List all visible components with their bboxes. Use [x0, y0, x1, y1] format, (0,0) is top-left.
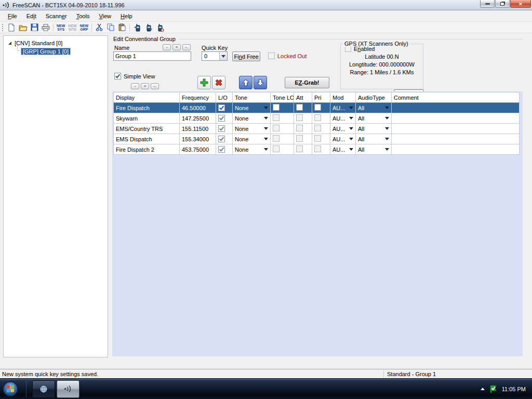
pri-checkbox[interactable]	[314, 104, 321, 111]
taskbar-freescan-button[interactable]	[57, 380, 79, 398]
cut-button[interactable]	[94, 22, 105, 33]
tone-lo-checkbox[interactable]	[273, 125, 280, 131]
col-display[interactable]: Display	[114, 92, 180, 103]
audiotype-select[interactable]: All	[358, 147, 389, 153]
col-audiotype[interactable]: AudioType	[356, 92, 392, 103]
ez-grab-button[interactable]: EZ-Grab!	[285, 77, 329, 88]
mod-select[interactable]: AU...	[332, 115, 353, 122]
name-mini-button-3[interactable]: -.	[182, 44, 191, 50]
audiotype-select[interactable]: All	[358, 115, 389, 122]
view-mini-button-3[interactable]: -.	[151, 83, 159, 89]
lo-checkbox[interactable]	[218, 115, 225, 122]
frequency-cell[interactable]: 155.11500	[180, 124, 216, 134]
att-checkbox[interactable]	[296, 114, 303, 121]
col-att[interactable]: Att	[294, 92, 312, 103]
new-system-button[interactable]: NEWSYS	[55, 24, 66, 31]
comment-cell[interactable]	[392, 134, 520, 144]
tone-select[interactable]: None	[235, 136, 268, 142]
name-mini-button-2[interactable]: =	[172, 44, 181, 50]
menu-help[interactable]: Help	[116, 11, 137, 21]
close-button[interactable]: ✕	[510, 0, 531, 8]
frequency-cell[interactable]: 155.34000	[180, 134, 216, 144]
col-comment[interactable]: Comment	[392, 92, 520, 103]
pri-checkbox[interactable]	[314, 125, 321, 131]
mod-select[interactable]: AU...	[332, 147, 353, 153]
scanner-tools-button[interactable]	[154, 22, 166, 33]
save-button[interactable]	[29, 22, 40, 33]
display-cell[interactable]: Fire Dispatch	[114, 103, 180, 113]
frequency-cell[interactable]: 147.25500	[180, 113, 216, 124]
group-name-input[interactable]	[113, 51, 191, 61]
tone-select[interactable]: None	[235, 147, 268, 153]
table-row[interactable]: EMS/Country TRS 155.11500 None AU... All	[114, 124, 520, 134]
taskbar-app-button[interactable]	[32, 380, 55, 398]
minimize-button[interactable]	[480, 0, 495, 8]
pri-checkbox[interactable]	[314, 114, 321, 121]
quick-key-select[interactable]: 0	[202, 51, 228, 61]
move-up-button[interactable]	[239, 76, 252, 89]
col-mod[interactable]: Mod	[330, 92, 356, 103]
mod-select[interactable]: AU...	[332, 136, 353, 142]
write-to-scanner-button[interactable]	[143, 22, 154, 33]
pri-checkbox[interactable]	[314, 135, 321, 142]
quick-key-dropdown-button[interactable]	[219, 52, 227, 60]
audiotype-select[interactable]: All	[358, 136, 389, 142]
view-mini-button-1[interactable]: -	[131, 83, 139, 89]
locked-out-checkbox[interactable]	[268, 52, 275, 59]
mod-select[interactable]: AU...	[332, 126, 353, 132]
comment-cell[interactable]	[392, 144, 520, 155]
paste-button[interactable]	[116, 22, 128, 33]
table-row[interactable]: Skywarn 147.25500 None AU... All	[114, 113, 520, 124]
taskbar-clock[interactable]: 11:05 PM	[502, 386, 526, 392]
audiotype-select[interactable]: All	[358, 105, 389, 111]
new-group-button[interactable]: NEWGRP	[78, 24, 90, 31]
lo-checkbox[interactable]	[218, 125, 225, 132]
display-cell[interactable]: EMS/Country TRS	[114, 124, 180, 134]
menu-scanner[interactable]: Scanner	[41, 11, 72, 21]
col-lo[interactable]: L/O	[216, 92, 233, 103]
att-checkbox[interactable]	[296, 145, 303, 152]
comment-cell[interactable]	[392, 124, 520, 134]
frequency-cell[interactable]: 46.50000	[180, 103, 216, 113]
add-channel-button[interactable]	[197, 76, 211, 89]
print-button[interactable]	[40, 22, 51, 33]
menu-file[interactable]: File	[3, 11, 22, 21]
tone-lo-checkbox[interactable]	[273, 145, 280, 152]
view-mini-button-2[interactable]: =	[141, 83, 149, 89]
read-from-scanner-button[interactable]	[131, 22, 143, 33]
display-cell[interactable]: Skywarn	[114, 113, 180, 124]
display-cell[interactable]: Fire Dispatch 2	[114, 144, 180, 155]
tone-lo-checkbox[interactable]	[273, 135, 280, 142]
menu-edit[interactable]: Edit	[22, 11, 41, 21]
tone-select[interactable]: None	[235, 126, 268, 132]
tone-lo-checkbox[interactable]	[273, 114, 280, 121]
table-row[interactable]: Fire Dispatch 46.50000 None AU... All	[114, 103, 520, 113]
open-button[interactable]	[17, 22, 29, 33]
taskbar-grip[interactable]	[26, 381, 28, 397]
lo-checkbox[interactable]	[218, 104, 225, 111]
find-free-button[interactable]: Find Free	[232, 51, 260, 61]
col-pri[interactable]: Pri	[312, 92, 330, 103]
show-hidden-icons-button[interactable]	[481, 388, 485, 390]
tone-select[interactable]: None	[235, 115, 268, 122]
comment-cell[interactable]	[392, 103, 520, 113]
tone-lo-checkbox[interactable]	[273, 104, 280, 111]
menu-view[interactable]: View	[94, 11, 116, 21]
name-mini-button-1[interactable]: -	[163, 44, 171, 50]
audiotype-select[interactable]: All	[358, 126, 389, 132]
simple-view-checkbox[interactable]	[114, 73, 121, 79]
security-check-tray-icon[interactable]	[489, 384, 498, 393]
lo-checkbox[interactable]	[218, 146, 225, 153]
att-checkbox[interactable]	[296, 125, 303, 131]
table-row[interactable]: Fire Dispatch 2 453.75000 None AU... All	[114, 144, 520, 155]
frequency-cell[interactable]: 453.75000	[180, 144, 216, 155]
att-checkbox[interactable]	[296, 135, 303, 142]
delete-channel-button[interactable]	[212, 76, 225, 89]
lo-checkbox[interactable]	[218, 136, 225, 142]
move-down-button[interactable]	[254, 76, 267, 89]
pri-checkbox[interactable]	[314, 145, 321, 152]
col-tone[interactable]: Tone	[233, 92, 271, 103]
display-cell[interactable]: EMS Dispatch	[114, 134, 180, 144]
copy-button[interactable]	[105, 22, 116, 33]
menu-tools[interactable]: Tools	[72, 11, 95, 21]
